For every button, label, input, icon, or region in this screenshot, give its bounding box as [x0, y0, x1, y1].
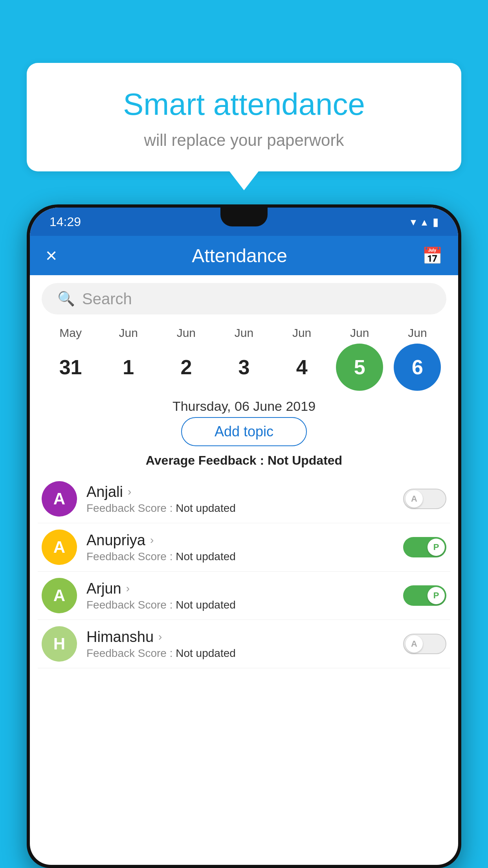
- toggle-knob-0: A: [405, 490, 423, 508]
- avg-feedback-value: Not Updated: [268, 453, 342, 467]
- student-info-3: Himanshu › Feedback Score : Not updated: [86, 629, 397, 660]
- avg-feedback: Average Feedback : Not Updated: [30, 453, 458, 468]
- toggle-switch-1[interactable]: P: [403, 537, 446, 557]
- student-item-1[interactable]: A Anupriya › Feedback Score : Not update…: [38, 523, 450, 572]
- search-bar[interactable]: 🔍 Search: [42, 283, 446, 314]
- cal-date-0[interactable]: 31: [47, 344, 94, 391]
- cal-date-6[interactable]: 6: [394, 344, 441, 391]
- student-avatar-0: A: [42, 481, 77, 517]
- cal-date-4[interactable]: 4: [278, 344, 325, 391]
- bubble-title: Smart attendance: [46, 86, 442, 122]
- toggle-knob-1: P: [427, 539, 445, 556]
- student-list: A Anjali › Feedback Score : Not updated …: [30, 475, 458, 668]
- cal-date-1[interactable]: 1: [105, 344, 152, 391]
- toggle-switch-2[interactable]: P: [403, 585, 446, 606]
- cal-month-0: May: [47, 326, 94, 340]
- chevron-right-icon: ›: [158, 631, 162, 643]
- chevron-right-icon: ›: [128, 485, 131, 498]
- attendance-toggle-2[interactable]: P: [403, 585, 446, 606]
- app-header: × Attendance 📅: [30, 236, 458, 275]
- student-name-3: Himanshu ›: [86, 629, 397, 645]
- student-feedback-1: Feedback Score : Not updated: [86, 550, 397, 563]
- cal-date-5[interactable]: 5: [336, 344, 383, 391]
- student-info-0: Anjali › Feedback Score : Not updated: [86, 484, 397, 515]
- student-info-2: Arjun › Feedback Score : Not updated: [86, 580, 397, 611]
- attendance-toggle-3[interactable]: A: [403, 634, 446, 654]
- student-name-0: Anjali ›: [86, 484, 397, 500]
- cal-month-3: Jun: [220, 326, 268, 340]
- student-feedback-2: Feedback Score : Not updated: [86, 599, 397, 611]
- cal-date-3[interactable]: 3: [220, 344, 268, 391]
- attendance-toggle-0[interactable]: A: [403, 489, 446, 509]
- calendar-icon[interactable]: 📅: [422, 246, 442, 265]
- student-feedback-3: Feedback Score : Not updated: [86, 647, 397, 660]
- cal-date-2[interactable]: 2: [163, 344, 210, 391]
- phone-frame: 14:29 ▾ ▴ ▮ × Attendance 📅 🔍 Search May …: [27, 204, 461, 868]
- avg-feedback-label: Average Feedback :: [146, 453, 268, 467]
- wifi-icon: ▾: [411, 215, 416, 228]
- attendance-toggle-1[interactable]: P: [403, 537, 446, 557]
- student-avatar-3: H: [42, 626, 77, 662]
- cal-month-1: Jun: [105, 326, 152, 340]
- student-feedback-0: Feedback Score : Not updated: [86, 502, 397, 515]
- close-button[interactable]: ×: [46, 246, 57, 265]
- bubble-subtitle: will replace your paperwork: [46, 131, 442, 150]
- toggle-switch-3[interactable]: A: [403, 634, 446, 654]
- student-info-1: Anupriya › Feedback Score : Not updated: [86, 532, 397, 563]
- toggle-switch-0[interactable]: A: [403, 489, 446, 509]
- phone-screen: 14:29 ▾ ▴ ▮ × Attendance 📅 🔍 Search May …: [30, 208, 458, 865]
- selected-date: Thursday, 06 June 2019: [30, 399, 458, 414]
- search-icon: 🔍: [57, 291, 75, 307]
- phone-notch: [220, 208, 268, 226]
- chevron-right-icon: ›: [126, 582, 130, 595]
- calendar-months: May Jun Jun Jun Jun Jun Jun: [38, 326, 450, 340]
- toggle-knob-2: P: [427, 587, 445, 604]
- cal-month-2: Jun: [163, 326, 210, 340]
- cal-month-4: Jun: [278, 326, 325, 340]
- speech-bubble: Smart attendance will replace your paper…: [27, 63, 461, 171]
- student-item-0[interactable]: A Anjali › Feedback Score : Not updated …: [38, 475, 450, 523]
- chevron-right-icon: ›: [150, 534, 154, 546]
- cal-month-5: Jun: [336, 326, 383, 340]
- student-item-2[interactable]: A Arjun › Feedback Score : Not updated P: [38, 572, 450, 620]
- add-topic-button[interactable]: Add topic: [181, 417, 307, 446]
- calendar-dates: 31 1 2 3 4 5 6: [38, 340, 450, 395]
- calendar-strip: May Jun Jun Jun Jun Jun Jun 31 1 2 3 4 5…: [30, 322, 458, 395]
- student-name-1: Anupriya ›: [86, 532, 397, 549]
- search-placeholder: Search: [82, 290, 132, 308]
- cal-month-6: Jun: [394, 326, 441, 340]
- toggle-knob-3: A: [405, 635, 423, 653]
- student-item-3[interactable]: H Himanshu › Feedback Score : Not update…: [38, 620, 450, 668]
- status-time: 14:29: [50, 215, 81, 229]
- app-title: Attendance: [192, 245, 287, 267]
- signal-icon: ▴: [422, 215, 427, 228]
- student-avatar-2: A: [42, 578, 77, 613]
- student-avatar-1: A: [42, 530, 77, 565]
- status-icons: ▾ ▴ ▮: [411, 215, 438, 228]
- battery-icon: ▮: [433, 215, 438, 228]
- student-name-2: Arjun ›: [86, 580, 397, 597]
